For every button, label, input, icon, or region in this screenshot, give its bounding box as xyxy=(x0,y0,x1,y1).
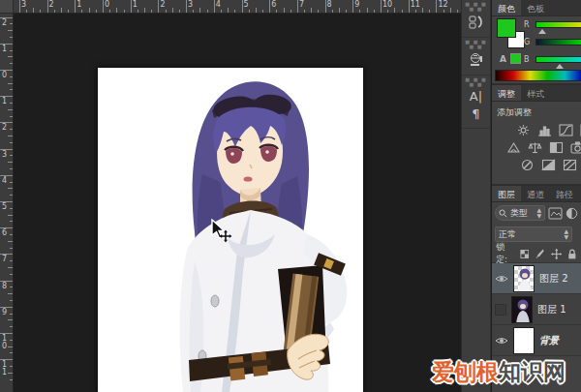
green-channel-label: G xyxy=(524,38,530,46)
layer-name: 图层 1 xyxy=(537,303,566,317)
alpha-label: A xyxy=(500,54,506,64)
lock-transparency-icon[interactable] xyxy=(520,249,530,259)
color-spectrum-ramp[interactable] xyxy=(495,70,581,81)
adjustments-panel: 调整样式 添加调整 xyxy=(492,85,581,186)
color-balance-icon[interactable] xyxy=(528,141,542,154)
paragraph-panel-icon[interactable]: ¶ xyxy=(462,106,490,122)
curves-icon[interactable] xyxy=(559,124,573,136)
lock-all-icon[interactable] xyxy=(567,248,577,260)
blend-mode-dropdown[interactable]: 正常 ▲▼ xyxy=(495,226,572,242)
lock-options-row: 锁定: xyxy=(492,245,581,262)
blue-channel-slider[interactable] xyxy=(535,56,581,63)
add-adjustment-label: 添加调整 xyxy=(492,102,581,121)
adjustment-icon-row xyxy=(492,121,581,138)
3d-materials-icon[interactable] xyxy=(469,52,484,68)
tab-layers[interactable]: 图层 xyxy=(492,186,521,201)
tab-channels[interactable]: 通道 xyxy=(521,186,550,201)
gradient-map-icon[interactable] xyxy=(541,159,556,171)
layer-row[interactable]: 图层 1 xyxy=(492,294,581,325)
visibility-eye-icon[interactable] xyxy=(495,336,508,346)
tab-adjustments[interactable]: 调整 xyxy=(492,85,521,101)
photo-filter-icon[interactable] xyxy=(570,141,581,154)
pixel-filter-icon[interactable] xyxy=(548,207,563,220)
grip-dots: ■ ■ ■ ■ ■ xyxy=(462,77,490,87)
red-slider-handle[interactable] xyxy=(538,29,546,34)
adjustments-panel-tabs: 调整样式 xyxy=(492,85,581,102)
red-channel-label: R xyxy=(524,20,530,29)
ruler-corner xyxy=(0,0,14,14)
move-tool-cursor xyxy=(209,219,234,244)
ruler-horizontal: 3210123456789101112 xyxy=(14,0,461,14)
vibrance-icon[interactable] xyxy=(506,141,521,154)
photoshop-window: 3210123456789101112 2101234567891011 xyxy=(0,0,581,392)
search-icon xyxy=(499,209,507,218)
chevron-updown-icon: ▲▼ xyxy=(536,207,541,219)
visibility-toggle-empty[interactable] xyxy=(495,304,506,316)
adjustment-icon-row xyxy=(492,138,581,156)
panel-column: 颜色色板 R G B A 调整样式 xyxy=(492,0,581,392)
adjustment-filter-icon[interactable] xyxy=(566,207,578,220)
grip-dots: ■ ■ ■ ■ ■ xyxy=(462,40,490,49)
dock-group: ■ ■ ■ ■ ■ xyxy=(462,0,490,38)
grip-dots: ■ ■ ■ ■ ■ xyxy=(462,2,490,12)
mini-color-swatch[interactable] xyxy=(510,53,521,64)
layers-panel-tabs: 图层通道路径 xyxy=(492,186,581,202)
dock-group: ■ ■ ■ ■ ■ xyxy=(462,38,490,75)
selective-color-icon[interactable] xyxy=(563,159,577,171)
lock-position-icon[interactable] xyxy=(551,248,562,260)
layer-thumbnail[interactable] xyxy=(511,296,533,323)
green-channel-row: G xyxy=(524,37,581,48)
red-channel-row: R xyxy=(524,19,581,31)
blue-channel-label: B xyxy=(524,55,530,64)
lock-paint-icon[interactable] xyxy=(535,248,545,259)
panel-dock-strip: ■ ■ ■ ■ ■ ■ ■ ■ ■ ■ ■ ■ ■ ■ ■ A| ¶ xyxy=(461,0,491,392)
tab-paths[interactable]: 路径 xyxy=(550,186,579,201)
layer-filter-row: 类型 ▲▼ xyxy=(492,202,581,224)
watermark: 爱刨根知识网 xyxy=(432,357,566,387)
layer-list: 图层 2图层 1背景 xyxy=(492,262,581,356)
character-panel-icon[interactable]: A| xyxy=(462,89,490,105)
tab-color[interactable]: 颜色 xyxy=(492,0,521,15)
layer-thumbnail[interactable] xyxy=(513,327,535,354)
watermark-text-primary: 爱刨根 xyxy=(432,359,499,384)
color-panel-tabs: 颜色色板 xyxy=(492,0,581,16)
dock-group: ■ ■ ■ ■ ■ A| ¶ xyxy=(462,75,490,129)
layer-name: 图层 2 xyxy=(539,272,568,286)
adjustment-icon-row xyxy=(492,156,581,173)
blue-slider-handle[interactable] xyxy=(556,64,564,69)
layer-row[interactable]: 图层 2 xyxy=(492,263,581,294)
visibility-eye-icon[interactable] xyxy=(495,274,508,284)
brightness-contrast-icon[interactable] xyxy=(516,124,531,136)
green-channel-slider[interactable] xyxy=(535,39,581,45)
layer-filter-dropdown[interactable]: 类型 ▲▼ xyxy=(495,205,545,221)
blend-mode-value: 正常 xyxy=(499,228,516,241)
brush-presets-icon[interactable] xyxy=(469,15,484,30)
lock-label: 锁定: xyxy=(496,241,514,266)
layer-filter-value: 类型 xyxy=(510,207,528,220)
red-channel-slider[interactable] xyxy=(535,21,581,28)
layers-panel: 图层通道路径 类型 ▲▼ 正常 xyxy=(492,186,581,376)
channel-mixer-icon[interactable] xyxy=(520,159,535,171)
foreground-color-swatch[interactable] xyxy=(497,18,516,38)
color-panel: 颜色色板 R G B A xyxy=(492,0,581,85)
chevron-updown-icon: ▲▼ xyxy=(564,228,568,240)
blue-channel-row: B xyxy=(524,54,581,66)
layer-thumbnail[interactable] xyxy=(513,265,535,292)
ruler-vertical: 2101234567891011 xyxy=(0,14,14,392)
watermark-text-secondary: 知识网 xyxy=(499,359,566,384)
layer-row[interactable]: 背景 xyxy=(492,325,581,356)
black-white-icon[interactable] xyxy=(549,141,564,154)
tab-swatches[interactable]: 色板 xyxy=(521,0,550,15)
layer-name: 背景 xyxy=(539,334,559,347)
tab-styles[interactable]: 样式 xyxy=(521,85,550,101)
levels-icon[interactable] xyxy=(537,124,552,136)
